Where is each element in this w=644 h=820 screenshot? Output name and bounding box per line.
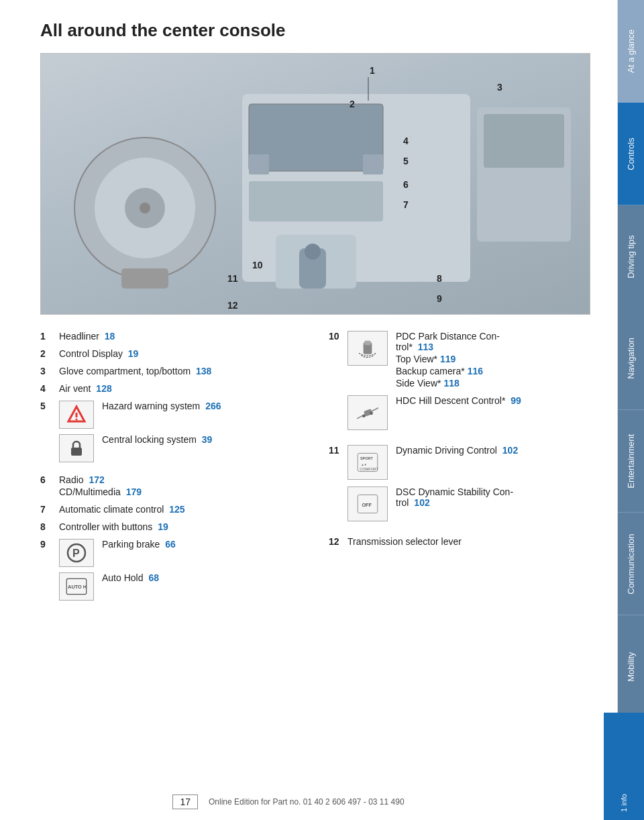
authold-text: Auto Hold 68 [102, 572, 159, 583]
svg-text:5: 5 [403, 156, 409, 166]
item-6-content: Radio 172 CD/Multimedia 179 [59, 474, 302, 497]
right-column: 10 [315, 331, 590, 613]
hdc-icon-box [347, 395, 388, 430]
hazard-row: Hazard warning system 266 [59, 401, 302, 429]
sidebar-tab-navigation[interactable]: Navigation [618, 307, 644, 410]
parking-icon-box: P [59, 539, 94, 567]
item-2-number: 2 [40, 348, 54, 359]
item-8-number: 8 [40, 521, 54, 532]
lock-link[interactable]: 39 [202, 434, 213, 445]
sidebar-tab-driving-tips[interactable]: Driving tips [618, 205, 644, 308]
dsc-off-icon: OFF [357, 493, 378, 515]
svg-text:12: 12 [227, 300, 238, 311]
svg-text:10: 10 [252, 260, 263, 270]
sidebar-tab-communication[interactable]: Communication [618, 513, 644, 615]
car-diagram: 1 2 3 4 5 6 7 8 9 10 11 12 [40, 53, 590, 315]
authold-label: Auto Hold [102, 572, 143, 583]
item-1-number: 1 [40, 331, 54, 342]
sideview-label: Side View*118 [396, 378, 500, 389]
parking-link[interactable]: 66 [165, 539, 176, 550]
item-2-content: Control Display 19 [59, 348, 302, 359]
item-5-content: Hazard warning system 266 [59, 401, 302, 468]
item-12-number: 12 [329, 536, 342, 547]
hdc-link[interactable]: 99 [511, 395, 521, 406]
topview-link[interactable]: 119 [440, 354, 455, 364]
lock-label: Central locking system [102, 434, 197, 445]
item-1-content: Headliner 18 [59, 331, 302, 342]
item-9-number: 9 [40, 539, 54, 550]
item-5-number: 5 [40, 401, 54, 411]
svg-rect-31 [71, 448, 82, 456]
parking-row: P Parking brake 66 [59, 539, 302, 567]
dsc-link[interactable]: 102 [414, 497, 429, 508]
item-6: 6 Radio 172 CD/Multimedia 179 [40, 474, 302, 497]
parking-label: Parking brake [102, 539, 160, 550]
svg-text:SPORT: SPORT [360, 456, 374, 460]
item-3: 3 Glove compartment, top/bottom 138 [40, 366, 302, 376]
sideview-link[interactable]: 118 [443, 378, 459, 389]
lock-text: Central locking system 39 [102, 434, 212, 445]
item-6-cd-link[interactable]: 179 [126, 486, 142, 497]
item-4-content: Air vent 128 [59, 383, 302, 394]
svg-text:P: P [72, 548, 80, 559]
sport-text: Dynamic Driving Control 102 [396, 445, 518, 456]
authold-icon-box: AUTO H [59, 572, 94, 601]
svg-text:6: 6 [403, 179, 409, 190]
svg-text:▲▼: ▲▼ [361, 463, 367, 466]
item-1-label: Headliner [59, 331, 99, 342]
svg-text:2: 2 [350, 99, 355, 109]
sidebar-tab-mobility[interactable]: Mobility [618, 615, 644, 718]
items-section: 1 Headliner 18 2 Control Display 19 3 Gl… [40, 331, 590, 613]
svg-text:AUTO H: AUTO H [68, 584, 87, 590]
sidebar: At a glance Controls Driving tips Naviga… [617, 0, 644, 820]
authold-link[interactable]: 68 [148, 572, 159, 583]
sidebar-tab-at-a-glance[interactable]: At a glance [618, 0, 644, 103]
item-6-radio-link[interactable]: 172 [89, 474, 104, 485]
item-8-link[interactable]: 19 [158, 521, 168, 532]
item-3-link[interactable]: 138 [196, 366, 211, 376]
page-number: 17 [172, 795, 198, 809]
item-4-link[interactable]: 128 [96, 383, 111, 394]
svg-text:COMFORT: COMFORT [360, 467, 378, 471]
backup-link[interactable]: 116 [468, 366, 483, 376]
sidebar-tab-controls[interactable]: Controls [618, 103, 644, 205]
svg-text:7: 7 [403, 199, 409, 210]
item-7-label: Automatic climate control [59, 504, 164, 515]
pdc-label: PDC Park Distance Con-trol* [396, 331, 500, 352]
pdc-link[interactable]: 113 [418, 342, 433, 352]
item-12: 12 Transmission selector lever [329, 536, 590, 547]
info-badge-text: 1 info [620, 794, 628, 812]
item-9: 9 P Parking brake 66 [40, 539, 302, 606]
left-column: 1 Headliner 18 2 Control Display 19 3 Gl… [40, 331, 315, 613]
parking-text: Parking brake 66 [102, 539, 176, 550]
item-8: 8 Controller with buttons 19 [40, 521, 302, 532]
item-11: 11 SPORT ▲▼ COMFORT D [329, 445, 590, 527]
sport-link[interactable]: 102 [502, 445, 518, 456]
svg-text:11: 11 [227, 273, 238, 284]
item-4-label: Air vent [59, 383, 91, 394]
item-12-content: Transmission selector lever [347, 536, 590, 547]
hazard-link[interactable]: 266 [205, 401, 221, 411]
hazard-icon-box [59, 401, 94, 429]
main-content: All around the center console [0, 0, 617, 820]
svg-point-30 [76, 419, 78, 421]
item-1: 1 Headliner 18 [40, 331, 302, 342]
dsc-icon-box: OFF [347, 486, 388, 521]
item-6-number: 6 [40, 474, 54, 485]
svg-text:3: 3 [497, 82, 502, 93]
item-2-link[interactable]: 19 [128, 348, 139, 359]
backup-label: Backup camera*116 [396, 366, 500, 376]
item-1-link[interactable]: 18 [105, 331, 115, 342]
hazard-text: Hazard warning system 266 [102, 401, 221, 411]
item-7-link[interactable]: 125 [169, 504, 184, 515]
parking-icon: P [66, 542, 87, 564]
svg-rect-7 [249, 181, 383, 221]
svg-point-40 [362, 414, 366, 417]
sport-label: Dynamic Driving Control [396, 445, 497, 456]
item-8-label: Controller with buttons [59, 521, 152, 532]
item-9-content: P Parking brake 66 AUTO [59, 539, 302, 606]
item-6-cd-label: CD/Multimedia 179 [59, 486, 302, 497]
item-10: 10 [329, 331, 590, 435]
pdc-icon-box [347, 331, 388, 366]
sidebar-tab-entertainment[interactable]: Entertainment [618, 410, 644, 513]
